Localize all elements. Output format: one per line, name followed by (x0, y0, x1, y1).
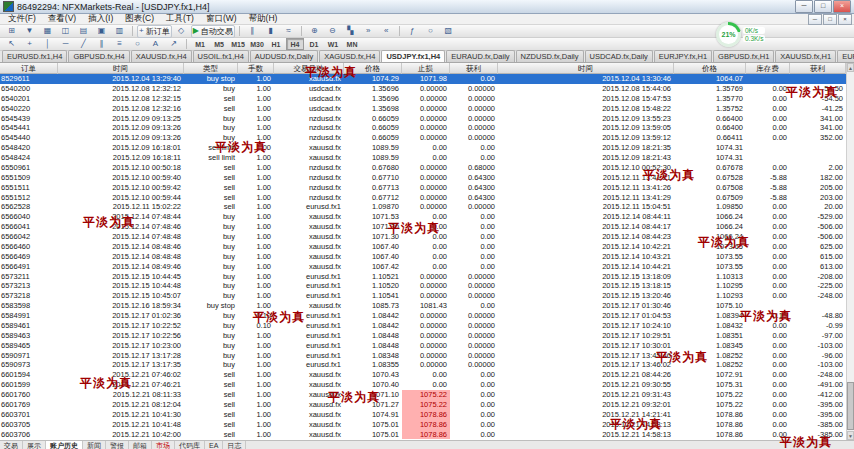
column-header-tp[interactable]: 获利 (450, 63, 498, 74)
history-row[interactable]: 65660402015.12.14 07:48:44buy1.00xauusd.… (0, 212, 854, 222)
child-restore-button[interactable]: □ (823, 14, 837, 25)
menu-item[interactable]: 图表(C) (119, 13, 160, 25)
tab-news[interactable]: 新闻 (83, 441, 106, 449)
timeframe-h1[interactable]: H1 (267, 38, 285, 50)
column-header-profit[interactable]: 获利 (790, 63, 846, 74)
menu-item[interactable]: 帮助(H) (243, 13, 284, 25)
menu-item[interactable]: 工具(T) (160, 13, 200, 25)
chart-tab[interactable]: USOIL.fx1,H4 (193, 50, 249, 62)
timeframe-m5[interactable]: M5 (210, 38, 228, 50)
column-header-sl[interactable]: 止损 (402, 63, 450, 74)
fibonacci-button[interactable]: ≡ (111, 38, 128, 51)
navigator-button[interactable]: ▤ (75, 25, 92, 38)
history-row[interactable]: 65894612015.12.17 10:22:52buy0.10eurusd.… (0, 321, 854, 331)
chart-tab[interactable]: USDJPY.fx1,H4 (381, 50, 445, 62)
tab-exposure[interactable]: 展示 (23, 441, 46, 449)
tab-trade[interactable]: 交易 (0, 441, 23, 449)
timeframe-d1[interactable]: D1 (305, 38, 323, 50)
history-row[interactable]: 66037052015.12.21 10:41:48sell1.00xauusd… (0, 420, 854, 430)
crosshair-button[interactable]: + (21, 38, 38, 51)
column-header-open-price[interactable]: 价格 (344, 63, 402, 74)
timeframe-w1[interactable]: W1 (324, 38, 342, 50)
data-window-button[interactable]: ◫ (57, 25, 74, 38)
history-row[interactable]: 65454392015.12.09 09:13:25buy1.00nzdusd.… (0, 114, 854, 124)
horizontal-line-button[interactable]: ─ (57, 38, 74, 51)
history-row[interactable]: 65402012015.12.08 12:32:15sell1.00usdcad… (0, 94, 854, 104)
history-row[interactable]: 65484242015.12.09 16:18:11sell limit1.00… (0, 153, 854, 163)
tab-ea[interactable]: EA (205, 441, 223, 449)
history-row[interactable]: 65894632015.12.17 10:22:56buy1.00eurusd.… (0, 331, 854, 341)
timeframe-m1[interactable]: M1 (191, 38, 209, 50)
chart-tab[interactable]: NZDUSD.fx,Daily (516, 50, 584, 62)
chart-tab[interactable]: EURUSD.fx1,H1 (837, 50, 854, 62)
chart-shift-button[interactable]: « (378, 25, 395, 38)
channel-button[interactable]: ∥ (93, 38, 110, 51)
history-row[interactable]: 65515092015.12.10 00:59:40sell1.00nzdusd… (0, 173, 854, 183)
vertical-line-button[interactable]: │ (39, 38, 56, 51)
autotrading-button[interactable]: ▶自动交易 (191, 25, 235, 38)
column-header-symbol[interactable]: 交易品种 (274, 63, 344, 74)
column-header-swap[interactable]: 库存费 (746, 63, 790, 74)
terminal-button[interactable]: ▣ (93, 25, 110, 38)
chart-bars-button[interactable]: ∥ (244, 25, 261, 38)
timeframe-m30[interactable]: M30 (248, 38, 266, 50)
tab-account-history[interactable]: 账户历史 (46, 441, 83, 449)
history-row[interactable]: 65664692015.12.14 08:48:48buy1.00xauusd.… (0, 252, 854, 262)
tab-alerts[interactable]: 警报 (106, 441, 129, 449)
vertical-scrollbar[interactable]: ▲ ▼ (846, 63, 854, 440)
auto-scroll-button[interactable]: » (360, 25, 377, 38)
history-row[interactable]: 65909712015.12.17 13:17:28buy1.00eurusd.… (0, 351, 854, 361)
chart-tab[interactable]: EURAUD.fx,Daily (446, 50, 514, 62)
chart-tab[interactable]: EURJPY.fx,H1 (654, 50, 712, 62)
timeframe-mn[interactable]: MN (343, 38, 361, 50)
scroll-up-icon[interactable]: ▲ (847, 63, 854, 72)
close-button[interactable]: × (833, 0, 851, 13)
tile-windows-button[interactable]: ▚ (342, 25, 359, 38)
profiles-button[interactable]: ▼ (21, 25, 38, 38)
menu-item[interactable]: 查看(V) (42, 13, 82, 25)
history-row[interactable]: 65515122015.12.10 00:59:44sell1.00nzdusd… (0, 193, 854, 203)
menu-item[interactable]: 窗口(W) (200, 13, 243, 25)
column-header-order[interactable]: 订单 (0, 63, 58, 74)
history-row[interactable]: 65909732015.12.17 13:17:35buy1.00eurusd.… (0, 360, 854, 370)
cursor-button[interactable]: ↖ (3, 38, 20, 51)
chart-tab[interactable]: USDCAD.fx,Daily (585, 50, 653, 62)
history-row[interactable]: 65509612015.12.10 00:50:18sell1.00nzdusd… (0, 163, 854, 173)
chart-tab[interactable]: XAUUSD.fx,H4 (131, 50, 192, 62)
scrollbar-thumb[interactable] (847, 382, 854, 430)
history-row[interactable]: 66015992015.12.21 07:46:21sell1.00xauusd… (0, 380, 854, 390)
zoom-out-button[interactable]: ⊖ (324, 25, 341, 38)
history-row[interactable]: 65660412015.12.14 07:48:46buy1.00xauusd.… (0, 222, 854, 232)
history-row[interactable]: 65660422015.12.14 07:48:48buy1.00xauusd.… (0, 232, 854, 242)
shapes-button[interactable]: ○ (129, 38, 146, 51)
chart-candles-button[interactable]: ▮ (262, 25, 279, 38)
history-row[interactable]: 66017602015.12.21 08:11:33sell1.00xauusd… (0, 390, 854, 400)
trendline-button[interactable]: ╱ (75, 38, 92, 51)
history-row[interactable]: 65515112015.12.10 00:59:42sell1.00nzdusd… (0, 183, 854, 193)
child-close-button[interactable]: × (838, 14, 852, 25)
history-row[interactable]: 66015942015.12.21 07:46:02sell1.00xauusd… (0, 370, 854, 380)
history-row[interactable]: 65484202015.12.09 16:18:01sell limit1.00… (0, 143, 854, 153)
history-row[interactable]: 66017692015.12.21 08:12:04sell1.00xauusd… (0, 400, 854, 410)
column-header-close-price[interactable]: 价格 (674, 63, 746, 74)
history-row[interactable]: 65664912015.12.14 08:49:46buy1.00xauusd.… (0, 262, 854, 272)
history-row[interactable]: 66037062015.12.21 10:42:00sell1.00xauusd… (0, 430, 854, 440)
child-minimize-button[interactable]: ─ (808, 14, 822, 25)
chart-line-button[interactable]: ≈ (280, 25, 297, 38)
history-row[interactable]: 65664602015.12.14 08:48:46buy1.00xauusd.… (0, 242, 854, 252)
indicators-button[interactable]: ƒ (404, 25, 421, 38)
column-header-lots[interactable]: 手数 (238, 63, 274, 74)
remote-control-overlay[interactable]: 21% 0K/s 0.3K/s (716, 22, 765, 47)
tab-journal[interactable]: 日志 (223, 441, 246, 449)
periods-button[interactable]: ○ (422, 25, 439, 38)
column-header-type[interactable]: 类型 (184, 63, 238, 74)
tab-market[interactable]: 市场 (152, 441, 175, 449)
menu-item[interactable]: 插入(I) (82, 13, 119, 25)
new-order-button[interactable]: +新订单 (137, 25, 172, 38)
timeframe-h4[interactable]: H4 (286, 38, 304, 50)
history-row[interactable]: 65625282015.12.11 15:02:22sell1.00eurusd… (0, 202, 854, 212)
strategy-tester-button[interactable]: ▥ (111, 25, 128, 38)
zoom-in-button[interactable]: ⊕ (306, 25, 323, 38)
history-row[interactable]: 66037012015.12.21 10:41:30sell1.00xauusd… (0, 410, 854, 420)
column-header-close-time[interactable]: 时间 (498, 63, 674, 74)
